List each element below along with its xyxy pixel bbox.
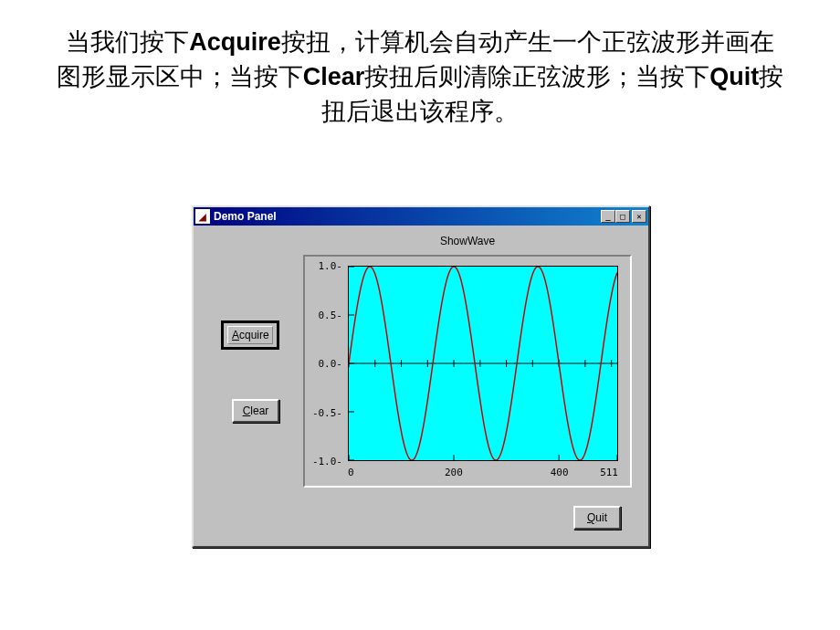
close-button[interactable]: ✕ [632,210,646,223]
text-part: 当我们按下 [66,28,189,56]
chart-title: ShowWave [303,235,632,247]
acquire-button[interactable]: Acquire [221,320,279,350]
x-tick-label: 0 [348,467,354,478]
quit-button[interactable]: Quit [573,506,621,530]
clear-button[interactable]: Clear [232,399,279,423]
x-tick-label: 200 [445,467,463,478]
window-title: Demo Panel [214,210,601,223]
text-part: 按扭后则清除正弦波形；当按下 [364,63,709,90]
y-tick-label: 0.5- [319,309,343,320]
bold-acquire: Acquire [189,28,281,56]
acquire-label: Acquire [227,326,273,344]
y-tick-label: 1.0- [319,260,343,272]
x-axis-labels: 0200400511 [348,465,618,481]
app-icon: ◢ [195,209,210,224]
demo-panel-window: ◢ Demo Panel _ □ ✕ Acquire Clear Quit Sh… [192,205,650,548]
y-tick-label: -0.5- [312,406,342,418]
chart-area: ShowWave -1.0--0.5-0.0-0.5-1.0- 02004005… [303,235,632,488]
bold-clear: Clear [303,63,365,90]
wave-svg [349,267,617,460]
instruction-text: 当我们按下Acquire按扭，计算机会自动产生一个正弦波形并画在图形显示区中；当… [0,0,840,129]
minimize-button[interactable]: _ [601,210,615,223]
window-body: Acquire Clear Quit ShowWave -1.0--0.5-0.… [194,226,648,546]
window-controls: _ □ ✕ [601,210,646,223]
plot-region [348,266,618,461]
bold-quit: Quit [709,63,759,90]
chart-inner: -1.0--0.5-0.0-0.5-1.0- 0200400511 [310,261,625,481]
y-tick-label: -1.0- [312,456,342,467]
maximize-button[interactable]: □ [615,210,630,223]
y-tick-label: 0.0- [319,358,343,370]
chart-frame: -1.0--0.5-0.0-0.5-1.0- 0200400511 [303,255,632,488]
x-tick-label: 511 [600,467,618,478]
y-axis-labels: -1.0--0.5-0.0-0.5-1.0- [310,266,344,461]
x-tick-label: 400 [551,467,569,478]
window-titlebar[interactable]: ◢ Demo Panel _ □ ✕ [194,207,648,226]
